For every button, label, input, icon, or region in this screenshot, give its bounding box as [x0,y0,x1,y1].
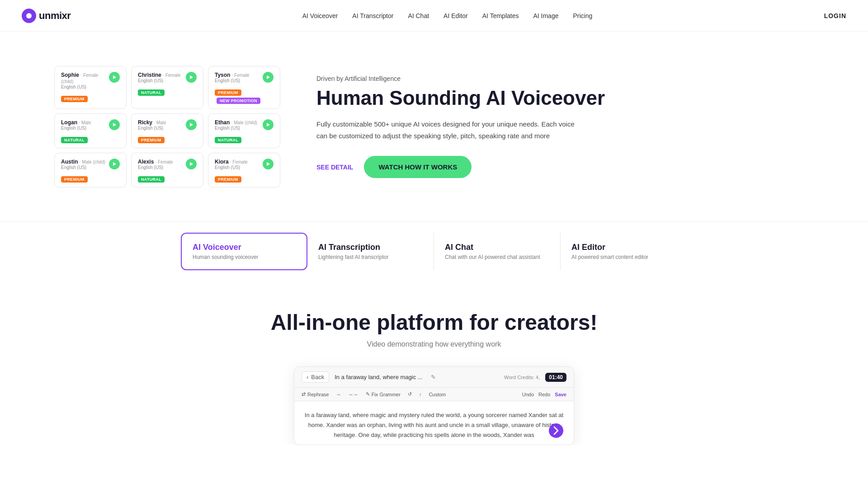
voice-lang: English (US) [61,84,109,89]
voice-name: Alexis · Female [138,159,173,165]
feature-tab-editor[interactable]: AI Editor AI powered smart content edito… [561,233,687,270]
feature-tab-voiceover[interactable]: AI Voiceover Human sounding voiceover [181,233,307,270]
logo-icon [22,9,36,23]
voice-card[interactable]: Christine · Female English (US) NATURAL [131,66,203,109]
editor-doc-title: In a faraway land, where magic ... [335,374,422,380]
svg-marker-2 [190,75,193,79]
editor-text[interactable]: In a faraway land, where magic and myste… [303,410,565,440]
premium-badge: PREMIUM [215,176,241,183]
voice-card[interactable]: Ethan · Male (child) English (US) NATURA… [208,113,280,148]
voice-name: Austin · Male (child) [61,159,105,165]
premium-badge: PREMIUM [61,176,88,183]
editor-preview: ‹ Back In a faraway land, where magic ..… [294,366,574,445]
editor-toolbar: ⇄ Rephrase ↔ ↔↔ ✎ Fix Grammer ↺ ↑ Custom… [294,388,574,401]
undo-button[interactable]: Undo [522,392,534,397]
nav-link-ai-image[interactable]: AI Image [533,12,558,19]
see-detail-button[interactable]: SEE DETAIL [316,164,353,171]
login-button[interactable]: LOGIN [824,12,846,19]
hero-section: Sophie · Female (child) English (US) PRE… [0,32,868,221]
editor-topbar: ‹ Back In a faraway land, where magic ..… [294,367,574,388]
hero-description: Fully customizable 500+ unique AI voices… [316,118,579,141]
fix-grammar-tool[interactable]: ✎ Fix Grammer [366,391,401,397]
voice-name: Ethan · Male (child) [215,119,257,126]
editor-body: In a faraway land, where magic and myste… [294,401,574,445]
svg-marker-5 [190,123,193,127]
voice-name: Sophie · Female (child) [61,72,109,84]
voice-name: Kiora · Female [215,159,248,165]
hero-title: Human Sounding AI Voiceover [316,87,606,110]
features-tabs: AI Voiceover Human sounding voiceover AI… [0,221,868,281]
voice-lang: English (US) [61,165,105,170]
feature-tab-desc: Chat with our AI powered chat assistant [445,254,549,260]
redo-button[interactable]: Redo [538,392,550,397]
feature-tab-desc: AI powered smart content editor [571,254,676,260]
feature-tab-title: AI Voiceover [193,243,296,252]
voice-lang: English (US) [215,78,250,83]
svg-marker-4 [113,123,116,127]
nav-links: AI Voiceover AI Transcriptor AI Chat AI … [302,12,593,19]
play-button[interactable] [263,119,274,130]
voice-name: Logan · Male [61,119,91,126]
voice-card[interactable]: Tyson · Female English (US) PREMIUMNew p… [208,66,280,109]
play-button[interactable] [109,159,120,169]
voice-lang: English (US) [215,165,248,170]
feature-tab-desc: Lightening fast AI transcriptor [318,254,423,260]
voice-lang: English (US) [138,126,166,131]
play-button[interactable] [263,72,274,83]
chevron-left-icon: ‹ [307,374,308,380]
voice-card[interactable]: Alexis · Female English (US) NATURAL [131,153,203,188]
voice-card[interactable]: Logan · Male English (US) NATURAL [54,113,127,148]
feature-tab-transcription[interactable]: AI Transcription Lightening fast AI tran… [307,233,434,270]
new-badge: New promotion [217,98,260,104]
expand-tool[interactable]: ↔↔ [349,392,359,397]
premium-badge: PREMIUM [138,137,165,143]
play-button[interactable] [109,119,120,130]
editor-preview-wrapper: ‹ Back In a faraway land, where magic ..… [294,366,574,445]
up-tool[interactable]: ↑ [419,392,422,397]
natural-badge: NATURAL [138,176,165,183]
voice-card[interactable]: Austin · Male (child) English (US) PREMI… [54,153,127,188]
feature-tab-desc: Human sounding voiceover [193,254,296,260]
editor-back-button[interactable]: ‹ Back [302,371,329,383]
svg-point-0 [26,13,32,19]
play-button[interactable] [263,159,274,169]
editor-fab-button[interactable] [549,423,563,438]
edit-icon[interactable]: ✎ [431,374,436,380]
hero-eyebrow: Driven by Artificial Intelligence [316,75,606,82]
nav-link-ai-voiceover[interactable]: AI Voiceover [302,12,338,19]
svg-marker-9 [267,162,270,166]
voice-card[interactable]: Sophie · Female (child) English (US) PRE… [54,66,127,109]
play-button[interactable] [186,72,197,83]
natural-badge: NATURAL [138,89,165,96]
logo-text: unmixr [39,10,71,22]
logo[interactable]: unmixr [22,9,71,23]
voice-name: Christine · Female [138,72,180,78]
nav-link-ai-transcriptor[interactable]: AI Transcriptor [352,12,393,19]
navbar: unmixr AI Voiceover AI Transcriptor AI C… [0,0,868,32]
voice-name: Tyson · Female [215,72,250,78]
play-button[interactable] [186,159,197,169]
custom-tool[interactable]: Custom [429,392,446,397]
watch-button[interactable]: WATCH HOW IT WORKS [364,156,472,178]
nav-link-ai-chat[interactable]: AI Chat [408,12,429,19]
voice-lang: English (US) [215,126,257,131]
hero-content: Driven by Artificial Intelligence Human … [316,75,606,178]
svg-marker-3 [267,75,270,79]
play-button[interactable] [186,119,197,130]
rotate-tool[interactable]: ↺ [408,391,412,397]
svg-marker-8 [190,162,193,166]
save-button[interactable]: Save [555,392,566,397]
nav-link-ai-editor[interactable]: AI Editor [443,12,468,19]
natural-badge: NATURAL [215,137,241,143]
feature-tab-chat[interactable]: AI Chat Chat with our AI powered chat as… [434,233,561,270]
back-label: Back [311,374,324,380]
nav-link-pricing[interactable]: Pricing [573,12,592,19]
voice-card[interactable]: Ricky · Male English (US) PREMIUM [131,113,203,148]
rephrase-tool[interactable]: ⇄ Rephrase [302,391,329,397]
voice-card[interactable]: Kiora · Female English (US) PREMIUM [208,153,280,188]
shrink-tool[interactable]: ↔ [336,392,341,397]
voice-lang: English (US) [138,165,173,170]
feature-tab-title: AI Transcription [318,243,423,252]
play-button[interactable] [109,72,120,83]
nav-link-ai-templates[interactable]: AI Templates [482,12,519,19]
